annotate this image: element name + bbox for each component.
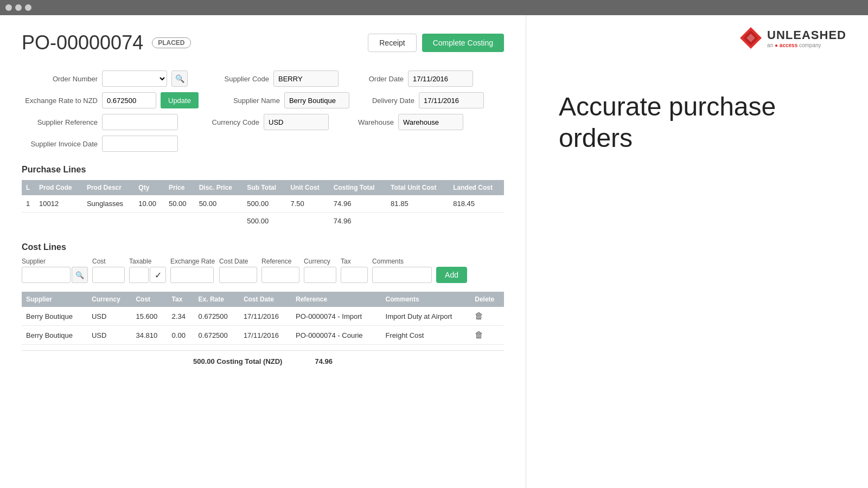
- logo-diamond-svg: [739, 26, 763, 50]
- cost-lines-table: Supplier Currency Cost Tax Ex. Rate Cost…: [22, 292, 504, 345]
- cell-total-unit-cost: 81.85: [386, 195, 449, 213]
- cost-date-input[interactable]: [219, 267, 257, 283]
- cl-delete-2[interactable]: 🗑: [470, 326, 504, 345]
- supplier-code-label: Supplier Code: [209, 75, 269, 83]
- col-costing-total: Costing Total: [329, 180, 386, 195]
- cell-landed-cost: 818.45: [449, 195, 504, 213]
- main-layout: PO-00000074 PLACED Receipt Complete Cost…: [0, 15, 868, 488]
- cost-supplier-search-button[interactable]: 🔍: [72, 267, 88, 283]
- update-button[interactable]: Update: [161, 92, 199, 108]
- status-badge: PLACED: [152, 37, 190, 48]
- receipt-button[interactable]: Receipt: [368, 34, 416, 52]
- cost-currency-group: Currency: [304, 258, 336, 283]
- cost-taxable-input[interactable]: [129, 267, 149, 283]
- unleashed-logo: UNLEASHED an ● access company: [739, 26, 846, 50]
- delete-icon-2[interactable]: 🗑: [475, 330, 483, 339]
- cost-date-group: Cost Date: [219, 258, 257, 283]
- cost-reference-group: Reference: [261, 258, 299, 283]
- col-cl-cost-date: Cost Date: [239, 292, 291, 307]
- cl-delete-1[interactable]: 🗑: [470, 307, 504, 326]
- cost-cost-label: Cost: [92, 258, 125, 265]
- window-control-minimize[interactable]: [15, 4, 22, 11]
- cost-tax-input[interactable]: [341, 267, 368, 283]
- footer-end: [386, 213, 504, 230]
- marketing-text: Accurate purchase orders: [559, 91, 776, 153]
- order-date-input[interactable]: [408, 70, 473, 87]
- col-cl-tax: Tax: [168, 292, 194, 307]
- col-cl-ex-rate: Ex. Rate: [194, 292, 239, 307]
- cell-costing-total: 74.96: [329, 195, 386, 213]
- cell-prod-code: 10012: [35, 195, 82, 213]
- cl-cost-date-2: 17/11/2016: [239, 326, 291, 345]
- col-disc-price: Disc. Price: [195, 180, 243, 195]
- cost-exchange-input[interactable]: [170, 267, 214, 283]
- col-total-unit-cost: Total Unit Cost: [386, 180, 449, 195]
- add-cost-line-button[interactable]: Add: [436, 267, 467, 283]
- logo-text-group: UNLEASHED an ● access company: [767, 28, 846, 48]
- cell-unit-cost: 7.50: [286, 195, 329, 213]
- currency-code-label: Currency Code: [200, 118, 259, 126]
- col-landed-cost: Landed Cost: [449, 180, 504, 195]
- warehouse-input[interactable]: [398, 114, 463, 130]
- cl-cost-1: 15.600: [131, 307, 167, 326]
- currency-code-input[interactable]: [264, 114, 329, 130]
- form-row-3: Supplier Reference Currency Code Warehou…: [22, 114, 504, 130]
- col-cl-comments: Comments: [381, 292, 471, 307]
- cl-reference-1: PO-0000074 - Import: [291, 307, 381, 326]
- cl-currency-1: USD: [87, 307, 131, 326]
- cost-supplier-input[interactable]: [22, 267, 71, 283]
- order-number-search-button[interactable]: 🔍: [171, 70, 188, 87]
- order-form: Order Number 🔍 Supplier Code Order Date: [22, 70, 504, 152]
- col-cl-reference: Reference: [291, 292, 381, 307]
- window-control-close[interactable]: [5, 4, 12, 11]
- supplier-name-input[interactable]: [284, 92, 349, 108]
- cost-currency-input[interactable]: [304, 267, 336, 283]
- logo-access: ● access: [775, 42, 797, 48]
- cl-tax-2: 0.00: [168, 326, 194, 345]
- col-cl-cost: Cost: [131, 292, 167, 307]
- window-control-maximize[interactable]: [25, 4, 31, 11]
- logo-icon: [739, 26, 763, 50]
- cost-reference-input[interactable]: [261, 267, 299, 283]
- delivery-date-label: Delivery Date: [371, 97, 414, 105]
- delete-icon-1[interactable]: 🗑: [475, 311, 483, 320]
- cost-comments-label: Comments: [372, 258, 432, 265]
- footer-sub-total: 500.00: [242, 213, 286, 230]
- form-row-4: Supplier Invoice Date: [22, 136, 504, 152]
- cost-lines-header-row: Supplier Currency Cost Tax Ex. Rate Cost…: [22, 292, 504, 307]
- cost-tax-group: Tax: [341, 258, 368, 283]
- cl-cost-date-1: 17/11/2016: [239, 307, 291, 326]
- cl-comments-2: Freight Cost: [381, 326, 471, 345]
- page-title: PO-00000074: [22, 31, 143, 54]
- form-row-2: Exchange Rate to NZD Update Supplier Nam…: [22, 92, 504, 108]
- order-number-label: Order Number: [22, 75, 98, 83]
- exchange-rate-input[interactable]: [102, 92, 156, 108]
- delivery-date-input[interactable]: [419, 92, 484, 108]
- cost-comments-input[interactable]: [372, 267, 432, 283]
- footer-costing-total: 74.96: [329, 213, 386, 230]
- order-number-select[interactable]: [102, 70, 167, 87]
- cell-prod-descr: Sunglasses: [82, 195, 134, 213]
- warehouse-label: Warehouse: [350, 118, 394, 126]
- purchase-lines-header-row: L Prod Code Prod Descr Qty Price Disc. P…: [22, 180, 504, 195]
- cost-line-row: Berry Boutique USD 15.600 2.34 0.672500 …: [22, 307, 504, 326]
- cl-ex-rate-2: 0.672500: [194, 326, 239, 345]
- col-sub-total: Sub Total: [242, 180, 286, 195]
- supplier-ref-input[interactable]: [102, 114, 178, 130]
- complete-costing-button[interactable]: Complete Costing: [422, 34, 504, 52]
- cell-l: 1: [22, 195, 35, 213]
- supplier-name-label: Supplier Name: [220, 97, 280, 105]
- footer-unit-cost-spacer: [286, 213, 329, 230]
- costing-total-label: 500.00 Costing Total (NZD): [193, 357, 282, 365]
- marketing-line2: orders: [559, 124, 633, 152]
- cl-cost-2: 34.810: [131, 326, 167, 345]
- col-cl-delete: Delete: [470, 292, 504, 307]
- cell-sub-total: 500.00: [242, 195, 286, 213]
- cost-reference-label: Reference: [261, 258, 299, 265]
- cell-qty: 10.00: [134, 195, 164, 213]
- taxable-check-button[interactable]: ✓: [150, 267, 166, 283]
- supplier-invoice-date-input[interactable]: [102, 136, 178, 152]
- cl-tax-1: 2.34: [168, 307, 194, 326]
- cost-cost-input[interactable]: [92, 267, 125, 283]
- supplier-code-input[interactable]: [273, 70, 339, 87]
